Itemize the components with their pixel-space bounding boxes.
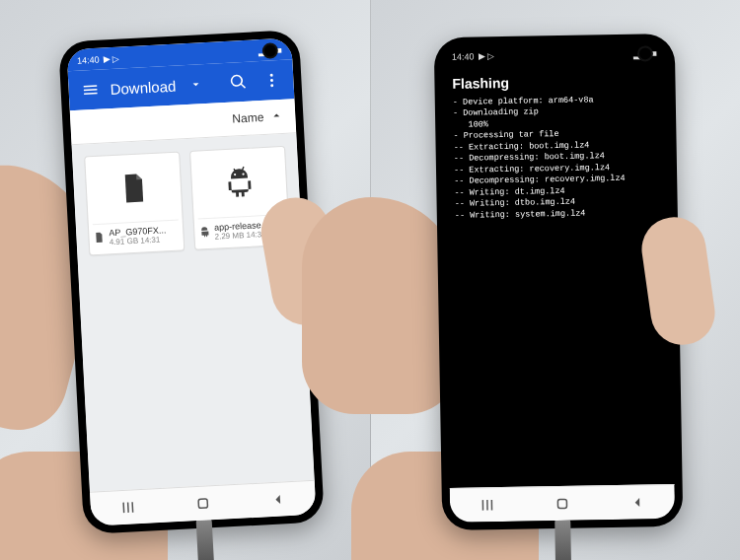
file-meta: 4.91 GB 14:31 — [110, 236, 167, 247]
chevron-up-icon — [269, 107, 284, 125]
file-icon — [93, 229, 106, 247]
svg-point-2 — [270, 84, 273, 87]
back-button[interactable] — [258, 482, 299, 518]
camera-punch-hole — [636, 45, 652, 61]
file-tile[interactable]: AP_G970FX... 4.91 GB 14:31 — [84, 151, 185, 254]
usb-cable — [196, 518, 215, 560]
usb-cable — [555, 519, 571, 560]
sort-label: Name — [232, 110, 264, 126]
home-button[interactable] — [183, 486, 224, 522]
file-grid: AP_G970FX... 4.91 GB 14:31 — [72, 133, 315, 491]
status-time: 14:40 — [451, 51, 474, 61]
android-icon — [198, 224, 211, 243]
status-bar: 14:40 ▶ ▷ ▂ ▆ ■ — [441, 41, 666, 67]
flashing-screen: 14:40 ▶ ▷ ▂ ▆ ■ Flashing - Device platfo… — [441, 41, 674, 523]
appbar-title[interactable]: Download — [110, 77, 177, 97]
back-button[interactable] — [617, 485, 657, 520]
home-button[interactable] — [542, 487, 582, 522]
hamburger-menu-icon[interactable] — [76, 75, 105, 104]
scene: 14:40 ▶ ▷ ▂ ▆ ■ Download — [0, 0, 740, 560]
status-time: 14:40 — [77, 55, 100, 66]
file-icon — [116, 171, 152, 210]
flashing-heading: Flashing — [452, 71, 657, 94]
svg-point-0 — [270, 74, 273, 77]
chevron-down-icon[interactable] — [182, 70, 210, 99]
svg-rect-6 — [557, 499, 566, 508]
recents-button[interactable] — [108, 490, 149, 525]
status-indicator-icons: ▶ ▷ — [103, 54, 119, 65]
svg-rect-5 — [198, 499, 207, 508]
terminal-output: Flashing - Device platform: arm64-v8a- D… — [442, 63, 674, 488]
photo-right: 14:40 ▶ ▷ ▂ ▆ ■ Flashing - Device platfo… — [370, 0, 741, 560]
navigation-bar — [449, 484, 675, 523]
camera-punch-hole — [261, 42, 278, 59]
svg-point-1 — [270, 79, 273, 82]
overflow-menu-icon[interactable] — [258, 66, 286, 95]
search-icon[interactable] — [224, 68, 253, 97]
recents-button[interactable] — [467, 488, 507, 523]
status-indicator-icons: ▶ ▷ — [478, 51, 494, 61]
hand — [302, 197, 460, 414]
android-icon — [221, 165, 257, 204]
